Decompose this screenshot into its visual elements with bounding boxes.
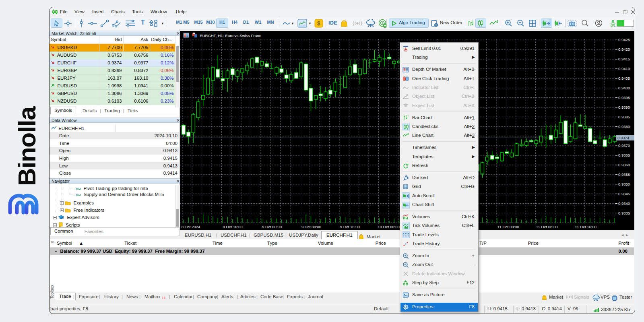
svg-text:0.9365: 0.9365 (618, 153, 630, 157)
svg-text:11 Oct 08:00: 11 Oct 08:00 (536, 225, 558, 229)
svg-text:0.9350: 0.9350 (618, 182, 630, 186)
svg-text:11 Oct 16:00: 11 Oct 16:00 (575, 225, 597, 229)
svg-text:0.9395: 0.9395 (618, 95, 630, 100)
svg-text:0.9415: 0.9415 (618, 57, 630, 61)
svg-text:0.9425: 0.9425 (618, 37, 630, 42)
svg-text:$: $ (317, 20, 320, 27)
svg-text:10 Oct 00:00: 10 Oct 00:00 (378, 225, 399, 229)
svg-text:8 Oct 16:00: 8 Oct 16:00 (223, 225, 242, 229)
svg-text:0.9374: 0.9374 (617, 136, 629, 140)
svg-text:0.9370: 0.9370 (618, 143, 630, 148)
svg-text:0.9410: 0.9410 (618, 66, 630, 71)
svg-text:0.9385: 0.9385 (618, 115, 630, 119)
svg-text:0.9355: 0.9355 (618, 172, 630, 177)
svg-text:0.9390: 0.9390 (618, 105, 630, 109)
svg-text:9 Oct 08:00: 9 Oct 08:00 (301, 225, 321, 229)
svg-text:0.9380: 0.9380 (618, 124, 630, 129)
svg-text:0.9400: 0.9400 (618, 86, 630, 90)
svg-text:0.9360: 0.9360 (618, 163, 630, 167)
svg-text:9 Oct 16:00: 9 Oct 16:00 (340, 225, 360, 229)
svg-text:EURCHF, H1: Euro vs Swiss Fra: EURCHF, H1: Euro vs Swiss Franc (200, 33, 261, 38)
svg-text:9 Oct 00:00: 9 Oct 00:00 (262, 225, 282, 229)
svg-text:0.9340: 0.9340 (618, 201, 630, 206)
svg-text:0.9335: 0.9335 (618, 211, 630, 215)
svg-text:8 Oct 2024: 8 Oct 2024 (182, 225, 200, 229)
svg-text:LVL: LVL (611, 24, 615, 27)
svg-text:0.9405: 0.9405 (618, 76, 630, 80)
svg-text:0.9420: 0.9420 (618, 47, 630, 52)
svg-text:11 Oct 00:00: 11 Oct 00:00 (497, 225, 519, 229)
svg-text:0.9345: 0.9345 (618, 192, 630, 196)
